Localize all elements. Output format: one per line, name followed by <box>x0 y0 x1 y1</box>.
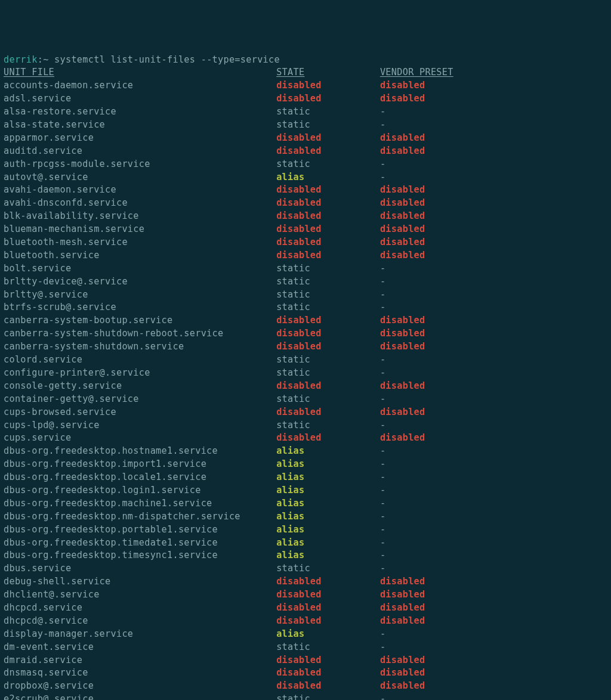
unit-file-cell: canberra-system-shutdown.service <box>4 340 276 354</box>
vendor-preset-cell: - <box>380 641 385 654</box>
state-cell: disabled <box>276 654 380 667</box>
vendor-preset-cell: disabled <box>380 406 425 419</box>
vendor-preset-cell: disabled <box>380 575 425 589</box>
unit-file-cell: brltty@.service <box>4 289 276 302</box>
state-cell: alias <box>276 524 380 537</box>
unit-file-cell: dbus-org.freedesktop.import1.service <box>4 458 276 471</box>
vendor-preset-cell: disabled <box>380 327 425 340</box>
service-row: dbus-org.freedesktop.locale1.servicealia… <box>4 471 607 484</box>
unit-file-cell: blueman-mechanism.service <box>4 223 276 236</box>
unit-file-cell: console-getty.service <box>4 380 276 393</box>
state-cell: disabled <box>276 314 380 327</box>
vendor-preset-cell: disabled <box>380 667 425 680</box>
service-row: dbus.servicestatic- <box>4 562 607 575</box>
unit-file-cell: dm-event.service <box>4 641 276 654</box>
state-cell: static <box>276 289 380 302</box>
unit-file-cell: cups-browsed.service <box>4 406 276 419</box>
state-cell: alias <box>276 537 380 550</box>
vendor-preset-cell: - <box>380 171 385 184</box>
vendor-preset-cell: disabled <box>380 380 425 393</box>
vendor-preset-cell: disabled <box>380 79 425 92</box>
unit-file-cell: dropbox@.service <box>4 680 276 693</box>
unit-file-cell: avahi-dnsconfd.service <box>4 197 276 210</box>
prompt-path: :~ <box>38 54 49 65</box>
service-row: blueman-mechanism.servicedisableddisable… <box>4 223 607 236</box>
unit-file-cell: auditd.service <box>4 145 276 158</box>
unit-file-cell: e2scrub@.service <box>4 693 276 700</box>
state-cell: static <box>276 393 380 406</box>
state-cell: disabled <box>276 615 380 628</box>
service-row: cups.servicedisableddisabled <box>4 432 607 445</box>
service-row: dbus-org.freedesktop.import1.servicealia… <box>4 458 607 471</box>
state-cell: disabled <box>276 197 380 210</box>
unit-file-cell: alsa-restore.service <box>4 106 276 119</box>
state-cell: alias <box>276 628 380 641</box>
unit-file-cell: dbus-org.freedesktop.timesync1.service <box>4 549 276 562</box>
vendor-preset-cell: - <box>380 471 385 484</box>
state-cell: disabled <box>276 589 380 602</box>
vendor-preset-cell: disabled <box>380 197 425 210</box>
service-row: dhclient@.servicedisableddisabled <box>4 589 607 602</box>
service-row: dbus-org.freedesktop.timedate1.serviceal… <box>4 537 607 550</box>
state-cell: alias <box>276 510 380 524</box>
header-unit-file: UNIT FILE <box>4 66 276 79</box>
state-cell: disabled <box>276 602 380 615</box>
service-row: brltty@.servicestatic- <box>4 289 607 302</box>
vendor-preset-cell: disabled <box>380 132 425 145</box>
state-cell: static <box>276 419 380 432</box>
vendor-preset-cell: - <box>380 562 385 575</box>
state-cell: disabled <box>276 340 380 354</box>
state-cell: disabled <box>276 184 380 197</box>
service-row: accounts-daemon.servicedisableddisabled <box>4 79 607 92</box>
vendor-preset-cell: - <box>380 497 385 510</box>
unit-file-cell: cups.service <box>4 432 276 445</box>
unit-file-cell: dbus-org.freedesktop.timedate1.service <box>4 537 276 550</box>
unit-file-cell: dhcpcd.service <box>4 602 276 615</box>
state-cell: static <box>276 262 380 275</box>
vendor-preset-cell: disabled <box>380 615 425 628</box>
unit-file-cell: cups-lpd@.service <box>4 419 276 432</box>
service-row: brltty-device@.servicestatic- <box>4 275 607 289</box>
unit-file-cell: display-manager.service <box>4 628 276 641</box>
service-row: apparmor.servicedisableddisabled <box>4 132 607 145</box>
state-cell: alias <box>276 171 380 184</box>
state-cell: static <box>276 301 380 314</box>
unit-file-cell: blk-availability.service <box>4 210 276 223</box>
service-row: container-getty@.servicestatic- <box>4 393 607 406</box>
vendor-preset-cell: disabled <box>380 184 425 197</box>
unit-file-cell: canberra-system-shutdown-reboot.service <box>4 327 276 340</box>
service-row: console-getty.servicedisableddisabled <box>4 380 607 393</box>
vendor-preset-cell: disabled <box>380 432 425 445</box>
unit-file-cell: auth-rpcgss-module.service <box>4 158 276 171</box>
state-cell: alias <box>276 445 380 458</box>
service-row: dm-event.servicestatic- <box>4 641 607 654</box>
vendor-preset-cell: disabled <box>380 236 425 249</box>
state-cell: static <box>276 367 380 380</box>
vendor-preset-cell: - <box>380 262 385 275</box>
unit-file-cell: dhclient@.service <box>4 589 276 602</box>
vendor-preset-cell: - <box>380 458 385 471</box>
unit-file-cell: dhcpcd@.service <box>4 615 276 628</box>
service-row: dbus-org.freedesktop.timesync1.serviceal… <box>4 549 607 562</box>
unit-file-cell: dmraid.service <box>4 654 276 667</box>
unit-file-cell: configure-printer@.service <box>4 367 276 380</box>
vendor-preset-cell: - <box>380 628 385 641</box>
vendor-preset-cell: - <box>380 393 385 406</box>
service-row: canberra-system-shutdown.servicedisabled… <box>4 340 607 354</box>
vendor-preset-cell: disabled <box>380 223 425 236</box>
service-row: dbus-org.freedesktop.portable1.serviceal… <box>4 524 607 537</box>
unit-file-cell: canberra-system-bootup.service <box>4 314 276 327</box>
terminal-output[interactable]: derrik:~ systemctl list-unit-files --typ… <box>4 54 607 700</box>
header-vendor-preset: VENDOR PRESET <box>380 66 453 79</box>
state-cell: disabled <box>276 406 380 419</box>
state-cell: disabled <box>276 432 380 445</box>
state-cell: disabled <box>276 132 380 145</box>
unit-file-cell: dbus-org.freedesktop.login1.service <box>4 484 276 497</box>
unit-file-cell: btrfs-scrub@.service <box>4 301 276 314</box>
vendor-preset-cell: disabled <box>380 340 425 354</box>
state-cell: disabled <box>276 380 380 393</box>
service-row: autovt@.servicealias- <box>4 171 607 184</box>
state-cell: alias <box>276 458 380 471</box>
vendor-preset-cell: disabled <box>380 210 425 223</box>
service-row: dbus-org.freedesktop.hostname1.serviceal… <box>4 445 607 458</box>
